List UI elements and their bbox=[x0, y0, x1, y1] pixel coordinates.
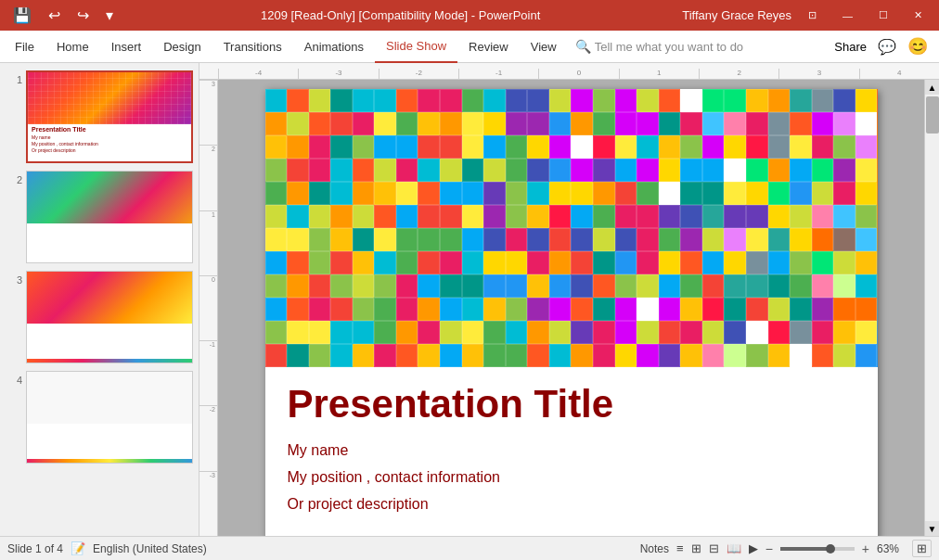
ruler-mark: -3 bbox=[298, 69, 378, 79]
slide-number-4: 4 bbox=[4, 371, 22, 386]
minimize-button[interactable]: — bbox=[833, 0, 862, 31]
titlebar-right: Tiffany Grace Reyes ⊡ — ☐ ✕ bbox=[682, 0, 932, 31]
help-icon[interactable]: ⊡ bbox=[799, 0, 826, 31]
slide-thumb-4[interactable] bbox=[26, 371, 193, 464]
user-emoji: 😊 bbox=[907, 36, 928, 57]
close-button[interactable]: ✕ bbox=[905, 0, 932, 31]
slides-panel: 1 Presentation Title My nameMy position … bbox=[0, 63, 199, 536]
slide-subtitle: My name My position , contact informatio… bbox=[288, 438, 855, 517]
v-ruler-mark: 0 bbox=[199, 275, 217, 340]
comment-icon[interactable]: 💬 bbox=[878, 38, 896, 56]
subtitle-line1: My name bbox=[288, 438, 855, 465]
ruler-mark: -2 bbox=[379, 69, 458, 79]
slide-number-1: 1 bbox=[4, 70, 22, 85]
thumb1-text: My nameMy position , contact information… bbox=[28, 134, 191, 154]
ruler-mark: -1 bbox=[458, 69, 538, 79]
slide-number-2: 2 bbox=[4, 171, 22, 185]
slide-thumb-2[interactable] bbox=[26, 171, 193, 263]
scroll-down-button[interactable]: ▼ bbox=[925, 521, 939, 536]
ruler-mark: 4 bbox=[859, 69, 939, 79]
tab-transitions[interactable]: Transitions bbox=[212, 31, 293, 63]
zoom-slider-fill bbox=[780, 547, 827, 551]
search-label[interactable]: Tell me what you want to do bbox=[595, 40, 743, 54]
slide-text-area: Presentation Title My name My position ,… bbox=[265, 367, 878, 532]
search-area[interactable]: 🔍 Tell me what you want to do bbox=[575, 39, 743, 54]
slide-item-1[interactable]: 1 Presentation Title My nameMy position … bbox=[4, 70, 195, 163]
tab-view[interactable]: View bbox=[520, 31, 568, 63]
horizontal-ruler: -4 -3 -2 -1 0 1 2 3 4 bbox=[199, 63, 939, 80]
statusbar-right: Notes ≡ ⊞ ⊟ 📖 ▶ − + 63% ⊞ bbox=[640, 540, 932, 557]
ruler-mark: -4 bbox=[218, 69, 298, 79]
canvas-wrapper: 3 2 1 0 -1 -2 -3 Presentation Title bbox=[199, 80, 939, 536]
canvas-area: -4 -3 -2 -1 0 1 2 3 4 3 2 1 0 -1 -2 -3 bbox=[199, 63, 939, 536]
tab-animations[interactable]: Animations bbox=[293, 31, 375, 63]
customize-icon[interactable]: ▾ bbox=[100, 5, 119, 26]
slide-mosaic bbox=[265, 89, 878, 367]
subtitle-line3: Or project description bbox=[288, 491, 855, 518]
reading-view-icon[interactable]: 📖 bbox=[727, 541, 741, 555]
watermark: fppt.com bbox=[827, 534, 866, 536]
normal-view-icon[interactable]: ⊞ bbox=[691, 541, 701, 555]
zoom-slider-thumb[interactable] bbox=[826, 544, 835, 554]
zoom-in-button[interactable]: + bbox=[862, 541, 869, 556]
v-ruler-mark: -1 bbox=[199, 340, 217, 405]
slide-content: Presentation Title My name My position ,… bbox=[265, 89, 878, 536]
window-title: 1209 [Read-Only] [Compatibility Mode] - … bbox=[119, 8, 682, 22]
language-label[interactable]: English (United States) bbox=[93, 542, 207, 555]
zoom-level[interactable]: 63% bbox=[877, 542, 905, 555]
fit-to-window-button[interactable]: ⊞ bbox=[912, 540, 932, 557]
main-area: 1 Presentation Title My nameMy position … bbox=[0, 63, 939, 536]
ruler-mark: 3 bbox=[778, 69, 858, 79]
zoom-slider[interactable] bbox=[780, 547, 855, 551]
slide-info: Slide 1 of 4 bbox=[7, 542, 63, 555]
search-icon: 🔍 bbox=[575, 39, 591, 54]
slide-sorter-icon[interactable]: ⊟ bbox=[709, 541, 719, 555]
subtitle-line2: My position , contact information bbox=[288, 465, 855, 491]
share-button[interactable]: Share bbox=[834, 40, 867, 54]
v-ruler-mark: -3 bbox=[199, 471, 217, 536]
slide-thumb-3[interactable] bbox=[26, 271, 193, 363]
slide-item-3[interactable]: 3 bbox=[4, 271, 195, 363]
ribbon-right: Share 💬 😊 bbox=[834, 36, 935, 57]
tab-design[interactable]: Design bbox=[152, 31, 212, 63]
tab-insert[interactable]: Insert bbox=[100, 31, 153, 63]
redo-icon[interactable]: ↪ bbox=[71, 5, 95, 26]
spell-check-icon[interactable]: 📝 bbox=[71, 541, 85, 555]
slide-item-2[interactable]: 2 bbox=[4, 171, 195, 263]
title-bar: 💾 ↩ ↪ ▾ 1209 [Read-Only] [Compatibility … bbox=[0, 0, 939, 31]
scroll-thumb[interactable] bbox=[926, 96, 939, 134]
slide-canvas[interactable]: Presentation Title My name My position ,… bbox=[218, 80, 924, 536]
vertical-scrollbar[interactable]: ▲ ▼ bbox=[924, 80, 939, 536]
tab-review[interactable]: Review bbox=[457, 31, 520, 63]
user-name: Tiffany Grace Reyes bbox=[682, 8, 791, 22]
vertical-ruler: 3 2 1 0 -1 -2 -3 bbox=[199, 80, 218, 536]
v-ruler-mark: -2 bbox=[199, 405, 217, 470]
zoom-out-button[interactable]: − bbox=[765, 541, 773, 556]
v-ruler-mark: 3 bbox=[199, 80, 217, 145]
slide-title: Presentation Title bbox=[288, 382, 855, 426]
thumb1-title: Presentation Title bbox=[28, 124, 191, 134]
maximize-button[interactable]: ☐ bbox=[869, 0, 897, 31]
save-icon[interactable]: 💾 bbox=[7, 5, 37, 26]
undo-icon[interactable]: ↩ bbox=[43, 5, 66, 26]
slide-thumb-1[interactable]: Presentation Title My nameMy position , … bbox=[26, 70, 193, 163]
ribbon: File Home Insert Design Transitions Anim… bbox=[0, 31, 939, 63]
v-ruler-mark: 1 bbox=[199, 210, 217, 275]
tab-file[interactable]: File bbox=[4, 31, 45, 63]
ruler-mark: 2 bbox=[699, 69, 778, 79]
statusbar-left: Slide 1 of 4 📝 English (United States) bbox=[7, 541, 207, 555]
tab-slideshow[interactable]: Slide Show bbox=[375, 31, 457, 63]
scroll-up-button[interactable]: ▲ bbox=[925, 80, 939, 95]
slide-item-4[interactable]: 4 bbox=[4, 371, 195, 464]
titlebar-left: 💾 ↩ ↪ ▾ bbox=[7, 5, 119, 26]
status-bar: Slide 1 of 4 📝 English (United States) N… bbox=[0, 536, 939, 560]
notes-button[interactable]: Notes bbox=[640, 542, 669, 555]
tab-home[interactable]: Home bbox=[45, 31, 100, 63]
ruler-mark: 0 bbox=[538, 69, 618, 79]
ruler-mark: 1 bbox=[619, 69, 699, 79]
slideshow-icon[interactable]: ▶ bbox=[749, 541, 758, 555]
scroll-track[interactable] bbox=[925, 95, 939, 521]
v-ruler-mark: 2 bbox=[199, 145, 217, 210]
notes-icon[interactable]: ≡ bbox=[676, 541, 684, 555]
zoom-control[interactable] bbox=[780, 547, 855, 551]
